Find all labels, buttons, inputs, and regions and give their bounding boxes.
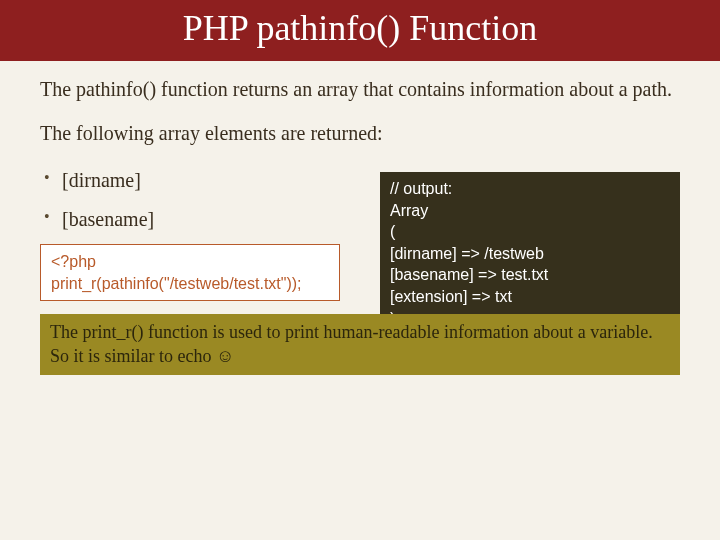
output-box: // output: Array ( [dirname] => /testweb… [380,172,680,335]
note-box: The print_r() function is used to print … [40,314,680,375]
code-example-box: <?php print_r(pathinfo("/testweb/test.tx… [40,244,340,301]
intro-paragraph-2: The following array elements are returne… [40,119,680,147]
slide-title: PHP pathinfo() Function [0,0,720,61]
intro-paragraph-1: The pathinfo() function returns an array… [40,75,680,103]
